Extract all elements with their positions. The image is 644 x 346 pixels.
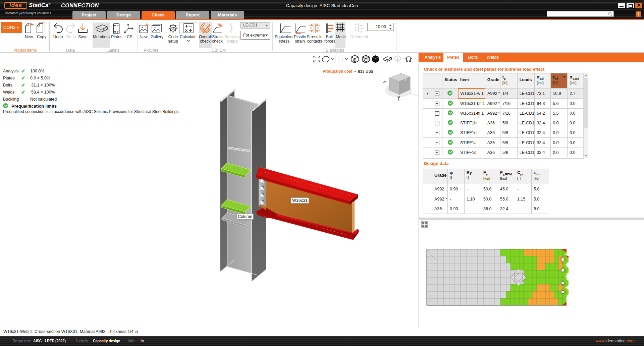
svg-text:</>: </> [170,26,176,31]
